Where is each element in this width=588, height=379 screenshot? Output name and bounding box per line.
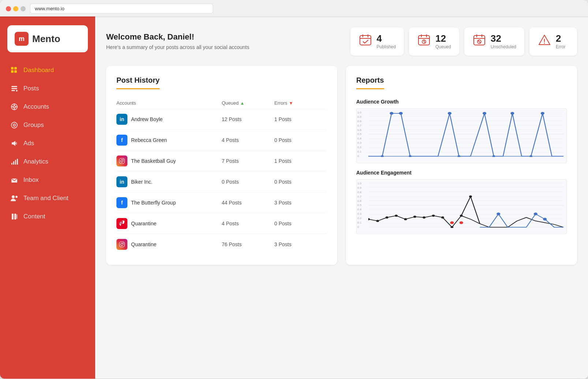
sidebar-item-dashboard[interactable]: Dashboard: [0, 61, 95, 79]
svg-point-14: [11, 122, 17, 128]
account-name: The Butterfly Group: [131, 200, 176, 206]
app-container: m Mento Dashboard: [0, 16, 588, 379]
svg-point-62: [399, 112, 403, 115]
errors-cell: 1 Posts: [274, 116, 327, 122]
account-cell: in Biker Inc.: [116, 176, 222, 187]
sidebar-item-content[interactable]: Content: [0, 207, 95, 226]
unscheduled-label: Unscheduled: [491, 44, 516, 49]
errors-cell: 0 Posts: [274, 221, 327, 226]
reports-title: Reports: [356, 76, 384, 89]
posts-icon: [10, 85, 18, 93]
errors-sort-icon: ▼: [289, 101, 293, 106]
svg-point-49: [123, 243, 124, 244]
published-icon: [358, 33, 372, 50]
welcome-subtext: Here's a summary of your posts across al…: [106, 44, 249, 51]
svg-point-65: [510, 112, 514, 115]
sidebar-item-posts-label: Posts: [23, 85, 39, 92]
svg-rect-4: [11, 86, 17, 87]
sidebar-item-groups[interactable]: Groups: [0, 116, 95, 134]
svg-rect-23: [14, 214, 16, 219]
svg-marker-7: [16, 90, 18, 92]
svg-point-43: [544, 43, 545, 44]
queued-icon: [417, 33, 431, 50]
welcome-heading: Welcome Back, Daniel!: [106, 32, 249, 42]
sidebar-item-posts[interactable]: Posts: [0, 79, 95, 98]
sidebar-item-ads-label: Ads: [23, 140, 34, 147]
stat-info-unscheduled: 32 Unscheduled: [491, 34, 516, 49]
sidebar-item-team[interactable]: Team and Client: [0, 189, 95, 207]
svg-rect-1: [14, 67, 17, 70]
col-header-errors: Errors ▼: [274, 100, 327, 106]
error-label: Error: [556, 44, 566, 49]
analytics-icon: [10, 158, 18, 166]
account-cell: f The Butterfly Group: [116, 197, 222, 208]
account-name: Quarantine: [131, 241, 156, 247]
stat-card-error: 2 Error: [529, 27, 577, 56]
errors-cell: 3 Posts: [274, 241, 327, 247]
account-cell: f Rebecca Green: [116, 135, 222, 146]
svg-rect-47: [119, 242, 124, 247]
audience-engagement-chart: [368, 183, 563, 228]
linkedin-icon: in: [116, 114, 127, 125]
svg-rect-17: [13, 161, 14, 165]
sidebar-item-dashboard-label: Dashboard: [23, 67, 54, 74]
sidebar-item-team-label: Team and Client: [23, 195, 68, 202]
account-name: Quarantine: [131, 221, 156, 226]
table-row: in Andrew Boyle 12 Posts 1 Posts: [116, 109, 327, 130]
groups-icon: [10, 121, 18, 129]
nav-menu: Dashboard Posts: [0, 61, 95, 233]
unscheduled-icon: [472, 33, 486, 50]
post-table: Accounts Queued ▲ Errors ▼ in: [116, 97, 327, 255]
queued-cell: 4 Posts: [222, 221, 275, 226]
published-number: 4: [377, 34, 396, 43]
sidebar-item-accounts[interactable]: Accounts: [0, 98, 95, 116]
pinterest-icon: [116, 218, 127, 229]
team-icon: [10, 194, 18, 202]
svg-point-85: [376, 220, 379, 222]
error-icon: [537, 33, 551, 50]
dashboard-grid: Post History Accounts Queued ▲ Errors ▼: [106, 66, 577, 265]
traffic-lights: [6, 6, 26, 11]
y-axis-labels: 1.00.90.80.70.6 0.50.40.30.20.10: [357, 111, 361, 158]
stat-card-queued: 12 Queued: [409, 27, 459, 56]
svg-point-90: [423, 217, 425, 219]
errors-cell: 1 Posts: [274, 158, 327, 164]
stat-card-unscheduled: 32 Unscheduled: [464, 27, 524, 56]
svg-point-99: [450, 221, 454, 224]
account-name: The Basketball Guy: [131, 158, 176, 164]
svg-point-96: [496, 213, 500, 215]
svg-rect-18: [15, 160, 16, 165]
audience-engagement-title: Audience Engagement: [356, 170, 567, 176]
table-row: f The Butterfly Group 44 Posts 3 Posts: [116, 192, 327, 213]
stat-info-error: 2 Error: [556, 34, 566, 49]
svg-point-84: [368, 218, 370, 220]
logo-text: Mento: [32, 33, 60, 45]
browser-chrome: www.mento.io: [0, 0, 588, 16]
svg-line-40: [478, 41, 480, 43]
post-history-panel: Post History Accounts Queued ▲ Errors ▼: [106, 66, 337, 265]
post-history-title: Post History: [116, 76, 160, 89]
queued-label: Queued: [435, 44, 451, 49]
svg-point-95: [469, 195, 472, 198]
account-cell: Quarantine: [116, 239, 222, 250]
close-button[interactable]: [6, 6, 11, 11]
queued-cell: 76 Posts: [222, 241, 275, 247]
maximize-button[interactable]: [21, 6, 26, 11]
stat-info-queued: 12 Queued: [435, 34, 451, 49]
facebook-icon: f: [116, 135, 127, 146]
sidebar-item-ads[interactable]: Ads: [0, 134, 95, 153]
stats-cards: 4 Published: [258, 27, 577, 56]
col-header-accounts: Accounts: [116, 100, 222, 106]
svg-point-100: [459, 221, 463, 224]
sidebar-item-analytics[interactable]: Analytics: [0, 153, 95, 171]
sidebar-item-inbox[interactable]: Inbox: [0, 171, 95, 189]
address-bar[interactable]: www.mento.io: [30, 4, 213, 14]
svg-point-64: [483, 112, 486, 115]
svg-rect-2: [11, 70, 14, 73]
account-cell: in Andrew Boyle: [116, 114, 222, 125]
queued-cell: 0 Posts: [222, 179, 275, 185]
stat-card-published: 4 Published: [350, 27, 404, 56]
queued-cell: 7 Posts: [222, 158, 275, 164]
minimize-button[interactable]: [13, 6, 18, 11]
svg-rect-6: [11, 90, 15, 91]
